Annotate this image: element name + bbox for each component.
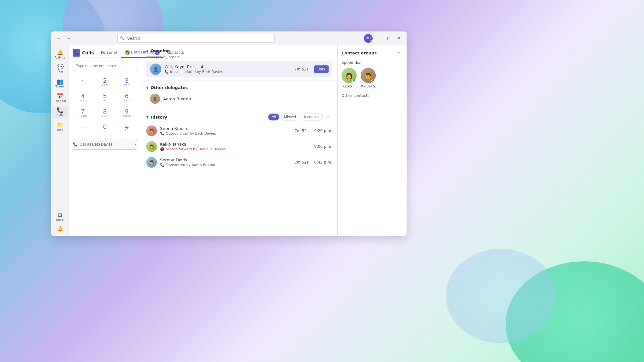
join-button[interactable]: Join [314,65,329,73]
titlebar-actions: ··· BD − ◻ ✕ [357,34,403,43]
contact-groups-title: Contact groups [341,51,377,55]
search-icon: 🔍 [120,36,125,41]
call-indicator-icon: 📞 [164,70,169,74]
history-avatar-serena: 👩 [146,157,157,168]
ongoing-section: ▼ Ongoing Managed by others 👤 Will, Kayo… [141,45,337,79]
forward-button[interactable]: → [65,35,73,42]
content-area: 🔔 Activity 💬 Chat 👥 Teams 📅 Calendar 📞 C… [51,45,407,236]
call-phone-icon: 📞 [73,142,78,147]
call-as-beth-button[interactable]: 📞 Call as Beth Davies ▾ [73,139,137,150]
sidebar-item-notifications[interactable]: 🔔 [53,225,68,233]
add-contact-group-button[interactable]: + [395,49,403,57]
history-title[interactable]: ▼ History [146,115,167,120]
call-btn-label: Call as Beth Davies [80,142,113,147]
name-number-input[interactable] [73,61,137,71]
filter-all-button[interactable]: All [268,114,279,120]
divider-1 [141,81,337,81]
sidebar-item-teams[interactable]: 👥 Teams [53,77,68,90]
sidebar-item-calls[interactable]: 📞 Calls [53,106,68,119]
dial-key-9[interactable]: 9 WXYZ [116,106,137,120]
dial-key-5[interactable]: 5 JKL [95,90,115,104]
dial-key-2[interactable]: 2 ABC [95,75,115,89]
sidebar-label-teams: Teams [55,85,64,88]
history-item-keiko[interactable]: 👩 Keiko Tanaka 📵 Missed forward by Danie… [141,139,337,154]
dial-key-6[interactable]: 6 MNO [116,90,137,104]
nav-buttons: ← → [55,35,73,42]
sidebar-item-calendar[interactable]: 📅 Calendar [53,91,68,104]
ongoing-subtext: Managed by others [146,55,332,59]
miguel-status-indicator [371,79,375,82]
tabs-bar: 📞 Calls Personal 👩Beth Davies1 Contacts [69,45,141,58]
calls-tab-icon: 📞 [73,49,80,57]
close-button[interactable]: ✕ [395,35,403,42]
history-info-sirena: Sirena Ribeiro 📞 Outgoing call by Beth D… [160,126,291,136]
dial-key-4[interactable]: 4 GHI [73,90,93,104]
dial-key-3[interactable]: 3 DEF [116,75,137,89]
dial-key-0[interactable]: 0 · [95,121,115,135]
sidebar-label-activity: Activity [55,56,65,59]
tab-beth-icon: 👩 [125,50,130,55]
history-filters: All Missed Incoming ≡ [268,113,332,121]
dial-key-1[interactable]: 1 [73,75,93,89]
keiko-status-indicator [352,79,356,82]
history-header-container: ▼ History All Missed Incoming ≡ [141,110,337,123]
dial-key-7[interactable]: 7 PQRS [73,106,93,120]
delegates-section: ▼ Other delegates 👤 Aaron Buxton [141,82,337,108]
calls-icon: 📞 [57,108,64,113]
back-button[interactable]: ← [55,35,63,42]
history-info-serena: Serena Davis 📞 Transferred by Aaron Buxt… [160,158,291,167]
sidebar-item-activity[interactable]: 🔔 Activity [53,48,68,61]
titlebar: ← → 🔍 ··· BD − ◻ ✕ [51,31,407,45]
sidebar-item-store[interactable]: ⊞ Store [53,211,68,223]
history-item-serena[interactable]: 👩 Serena Davis 📞 Transferred by Aaron Bu… [141,154,337,170]
dial-key-8[interactable]: 8 TUV [95,106,115,120]
filter-missed-button[interactable]: Missed [280,114,299,120]
more-options-button[interactable]: ··· [357,35,361,41]
calendar-icon: 📅 [57,93,64,99]
ongoing-title: Ongoing [151,48,170,53]
activity-icon: 🔔 [57,50,64,55]
history-chevron-icon: ▼ [146,115,149,119]
delegates-title: Other delegates [151,85,188,90]
history-item-sirena[interactable]: 👩 Sirena Ribeiro 📞 Outgoing call by Beth… [141,123,337,139]
call-card-avatar: 👤 [150,64,161,75]
history-name-serena: Serena Davis [160,158,291,162]
call-card-info: Will, Kayo, Eric, +4 📞 In call initiated… [164,64,291,74]
right-panel: ▼ Ongoing Managed by others 👤 Will, Kayo… [141,45,337,236]
history-time-sirena: 9:20 p.m. [314,129,332,133]
restore-button[interactable]: ◻ [385,35,393,42]
dialpad-grid: 1 2 ABC 3 DEF 4 GHI [73,75,137,135]
history-sub-keiko: 📵 Missed forward by Danielle Booker [160,147,311,151]
sidebar: 🔔 Activity 💬 Chat 👥 Teams 📅 Calendar 📞 C… [51,45,69,236]
sidebar-item-chat[interactable]: 💬 Chat [53,62,68,75]
ongoing-header[interactable]: ▼ Ongoing [146,48,332,53]
search-input[interactable] [117,34,275,43]
divider-2 [141,109,337,109]
history-duration-sirena: 7m 52s [295,129,309,133]
call-duration: 7m 52s [294,67,308,71]
store-icon: ⊞ [58,213,62,218]
ongoing-call-card: 👤 Will, Kayo, Eric, +4 📞 In call initiat… [146,61,332,77]
filter-lines-icon: ≡ [327,114,330,120]
ongoing-chevron-icon: ▼ [146,49,149,53]
delegates-header[interactable]: ▼ Other delegates [146,85,332,90]
history-name-sirena: Sirena Ribeiro [160,126,291,131]
dial-key-star[interactable]: * [73,121,93,135]
notifications-icon: 🔔 [57,226,63,231]
speed-dial-keiko[interactable]: 👩 Keiko T. [341,68,357,88]
history-filter-icon-button[interactable]: ≡ [324,113,332,121]
minimize-button[interactable]: − [375,35,383,42]
speed-dial-miguel[interactable]: 👨 Miguel S. [360,68,376,88]
missed-call-icon: 📵 [160,147,164,151]
sidebar-label-calls: Calls [57,114,64,117]
dial-key-hash[interactable]: # [116,121,137,135]
sidebar-item-files[interactable]: 📁 Files [53,120,68,133]
dialpad-area: 1 2 ABC 3 DEF 4 GHI [69,58,141,236]
speed-dial-name-miguel: Miguel S. [360,84,376,88]
delegate-item-aaron[interactable]: 👤 Aaron Buxton [146,92,332,106]
tab-personal[interactable]: Personal [98,48,120,57]
main-panel: 📞 Calls Personal 👩Beth Davies1 Contacts … [69,45,141,236]
filter-incoming-button[interactable]: Incoming [301,114,323,120]
search-bar: 🔍 [117,34,275,43]
user-avatar[interactable]: BD [364,34,373,43]
